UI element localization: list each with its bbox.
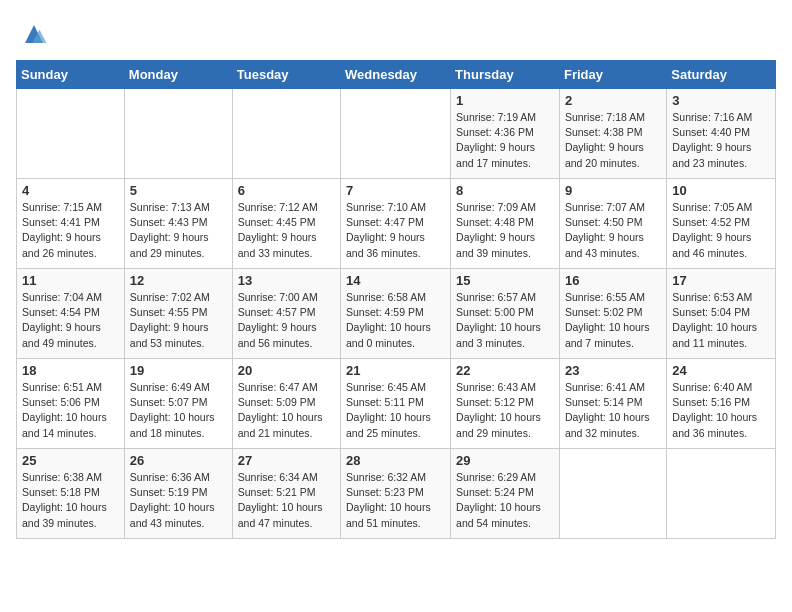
day-cell: 19Sunrise: 6:49 AM Sunset: 5:07 PM Dayli… — [124, 359, 232, 449]
day-detail: Sunrise: 6:47 AM Sunset: 5:09 PM Dayligh… — [238, 380, 335, 441]
day-cell: 5Sunrise: 7:13 AM Sunset: 4:43 PM Daylig… — [124, 179, 232, 269]
day-detail: Sunrise: 7:16 AM Sunset: 4:40 PM Dayligh… — [672, 110, 770, 171]
column-header-tuesday: Tuesday — [232, 61, 340, 89]
day-number: 6 — [238, 183, 335, 198]
day-cell: 7Sunrise: 7:10 AM Sunset: 4:47 PM Daylig… — [341, 179, 451, 269]
calendar-table: SundayMondayTuesdayWednesdayThursdayFrid… — [16, 60, 776, 539]
day-detail: Sunrise: 7:13 AM Sunset: 4:43 PM Dayligh… — [130, 200, 227, 261]
day-number: 16 — [565, 273, 661, 288]
day-number: 12 — [130, 273, 227, 288]
day-header-row: SundayMondayTuesdayWednesdayThursdayFrid… — [17, 61, 776, 89]
column-header-friday: Friday — [559, 61, 666, 89]
day-detail: Sunrise: 6:41 AM Sunset: 5:14 PM Dayligh… — [565, 380, 661, 441]
day-cell: 10Sunrise: 7:05 AM Sunset: 4:52 PM Dayli… — [667, 179, 776, 269]
day-number: 13 — [238, 273, 335, 288]
day-detail: Sunrise: 7:19 AM Sunset: 4:36 PM Dayligh… — [456, 110, 554, 171]
day-cell: 1Sunrise: 7:19 AM Sunset: 4:36 PM Daylig… — [451, 89, 560, 179]
day-number: 11 — [22, 273, 119, 288]
logo — [16, 16, 56, 52]
day-cell: 8Sunrise: 7:09 AM Sunset: 4:48 PM Daylig… — [451, 179, 560, 269]
day-detail: Sunrise: 7:05 AM Sunset: 4:52 PM Dayligh… — [672, 200, 770, 261]
day-number: 20 — [238, 363, 335, 378]
day-number: 14 — [346, 273, 445, 288]
day-cell: 13Sunrise: 7:00 AM Sunset: 4:57 PM Dayli… — [232, 269, 340, 359]
day-number: 25 — [22, 453, 119, 468]
day-detail: Sunrise: 7:09 AM Sunset: 4:48 PM Dayligh… — [456, 200, 554, 261]
day-cell — [17, 89, 125, 179]
day-cell: 11Sunrise: 7:04 AM Sunset: 4:54 PM Dayli… — [17, 269, 125, 359]
day-detail: Sunrise: 6:58 AM Sunset: 4:59 PM Dayligh… — [346, 290, 445, 351]
week-row-4: 18Sunrise: 6:51 AM Sunset: 5:06 PM Dayli… — [17, 359, 776, 449]
day-detail: Sunrise: 6:29 AM Sunset: 5:24 PM Dayligh… — [456, 470, 554, 531]
day-cell — [559, 449, 666, 539]
day-cell: 17Sunrise: 6:53 AM Sunset: 5:04 PM Dayli… — [667, 269, 776, 359]
day-detail: Sunrise: 6:43 AM Sunset: 5:12 PM Dayligh… — [456, 380, 554, 441]
day-cell: 4Sunrise: 7:15 AM Sunset: 4:41 PM Daylig… — [17, 179, 125, 269]
day-cell: 22Sunrise: 6:43 AM Sunset: 5:12 PM Dayli… — [451, 359, 560, 449]
day-cell: 21Sunrise: 6:45 AM Sunset: 5:11 PM Dayli… — [341, 359, 451, 449]
day-detail: Sunrise: 6:57 AM Sunset: 5:00 PM Dayligh… — [456, 290, 554, 351]
day-cell: 6Sunrise: 7:12 AM Sunset: 4:45 PM Daylig… — [232, 179, 340, 269]
day-number: 23 — [565, 363, 661, 378]
day-detail: Sunrise: 7:04 AM Sunset: 4:54 PM Dayligh… — [22, 290, 119, 351]
day-cell: 28Sunrise: 6:32 AM Sunset: 5:23 PM Dayli… — [341, 449, 451, 539]
column-header-thursday: Thursday — [451, 61, 560, 89]
day-cell: 23Sunrise: 6:41 AM Sunset: 5:14 PM Dayli… — [559, 359, 666, 449]
day-number: 5 — [130, 183, 227, 198]
page-header — [16, 16, 776, 52]
day-detail: Sunrise: 7:10 AM Sunset: 4:47 PM Dayligh… — [346, 200, 445, 261]
day-detail: Sunrise: 6:34 AM Sunset: 5:21 PM Dayligh… — [238, 470, 335, 531]
day-detail: Sunrise: 7:18 AM Sunset: 4:38 PM Dayligh… — [565, 110, 661, 171]
day-detail: Sunrise: 6:45 AM Sunset: 5:11 PM Dayligh… — [346, 380, 445, 441]
day-cell: 3Sunrise: 7:16 AM Sunset: 4:40 PM Daylig… — [667, 89, 776, 179]
day-number: 9 — [565, 183, 661, 198]
week-row-3: 11Sunrise: 7:04 AM Sunset: 4:54 PM Dayli… — [17, 269, 776, 359]
day-number: 24 — [672, 363, 770, 378]
day-number: 21 — [346, 363, 445, 378]
day-cell — [124, 89, 232, 179]
day-cell: 27Sunrise: 6:34 AM Sunset: 5:21 PM Dayli… — [232, 449, 340, 539]
column-header-saturday: Saturday — [667, 61, 776, 89]
day-number: 3 — [672, 93, 770, 108]
day-cell — [232, 89, 340, 179]
day-cell: 15Sunrise: 6:57 AM Sunset: 5:00 PM Dayli… — [451, 269, 560, 359]
week-row-2: 4Sunrise: 7:15 AM Sunset: 4:41 PM Daylig… — [17, 179, 776, 269]
week-row-5: 25Sunrise: 6:38 AM Sunset: 5:18 PM Dayli… — [17, 449, 776, 539]
day-detail: Sunrise: 7:02 AM Sunset: 4:55 PM Dayligh… — [130, 290, 227, 351]
day-detail: Sunrise: 6:53 AM Sunset: 5:04 PM Dayligh… — [672, 290, 770, 351]
day-detail: Sunrise: 6:51 AM Sunset: 5:06 PM Dayligh… — [22, 380, 119, 441]
day-cell: 29Sunrise: 6:29 AM Sunset: 5:24 PM Dayli… — [451, 449, 560, 539]
column-header-wednesday: Wednesday — [341, 61, 451, 89]
day-number: 8 — [456, 183, 554, 198]
day-cell: 26Sunrise: 6:36 AM Sunset: 5:19 PM Dayli… — [124, 449, 232, 539]
day-detail: Sunrise: 7:00 AM Sunset: 4:57 PM Dayligh… — [238, 290, 335, 351]
day-cell: 24Sunrise: 6:40 AM Sunset: 5:16 PM Dayli… — [667, 359, 776, 449]
day-number: 22 — [456, 363, 554, 378]
day-number: 28 — [346, 453, 445, 468]
day-detail: Sunrise: 6:49 AM Sunset: 5:07 PM Dayligh… — [130, 380, 227, 441]
day-number: 19 — [130, 363, 227, 378]
day-detail: Sunrise: 6:32 AM Sunset: 5:23 PM Dayligh… — [346, 470, 445, 531]
day-number: 27 — [238, 453, 335, 468]
day-detail: Sunrise: 7:12 AM Sunset: 4:45 PM Dayligh… — [238, 200, 335, 261]
day-number: 2 — [565, 93, 661, 108]
day-detail: Sunrise: 6:40 AM Sunset: 5:16 PM Dayligh… — [672, 380, 770, 441]
day-cell: 25Sunrise: 6:38 AM Sunset: 5:18 PM Dayli… — [17, 449, 125, 539]
day-number: 7 — [346, 183, 445, 198]
day-cell: 18Sunrise: 6:51 AM Sunset: 5:06 PM Dayli… — [17, 359, 125, 449]
day-cell: 20Sunrise: 6:47 AM Sunset: 5:09 PM Dayli… — [232, 359, 340, 449]
day-cell: 2Sunrise: 7:18 AM Sunset: 4:38 PM Daylig… — [559, 89, 666, 179]
day-detail: Sunrise: 7:15 AM Sunset: 4:41 PM Dayligh… — [22, 200, 119, 261]
day-number: 1 — [456, 93, 554, 108]
day-cell — [667, 449, 776, 539]
day-number: 18 — [22, 363, 119, 378]
day-cell: 16Sunrise: 6:55 AM Sunset: 5:02 PM Dayli… — [559, 269, 666, 359]
logo-icon — [16, 16, 52, 52]
day-cell — [341, 89, 451, 179]
day-number: 29 — [456, 453, 554, 468]
week-row-1: 1Sunrise: 7:19 AM Sunset: 4:36 PM Daylig… — [17, 89, 776, 179]
day-cell: 9Sunrise: 7:07 AM Sunset: 4:50 PM Daylig… — [559, 179, 666, 269]
day-number: 10 — [672, 183, 770, 198]
day-cell: 14Sunrise: 6:58 AM Sunset: 4:59 PM Dayli… — [341, 269, 451, 359]
day-detail: Sunrise: 6:38 AM Sunset: 5:18 PM Dayligh… — [22, 470, 119, 531]
